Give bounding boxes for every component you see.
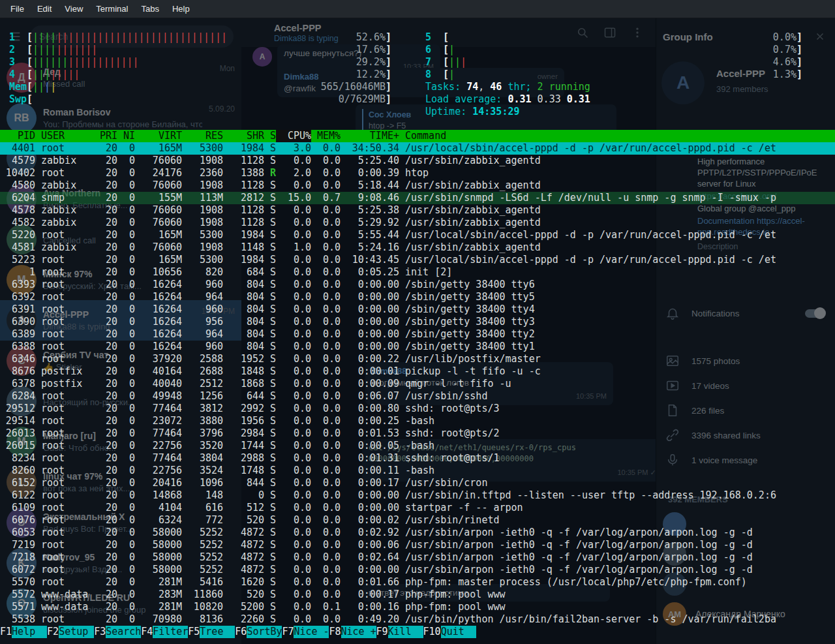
fkey-number: F8: [329, 626, 341, 638]
process-row[interactable]: 6152root200204161096844S0.00.00:00.17/us…: [0, 477, 835, 489]
fkey-label: Kill: [388, 626, 423, 638]
cpu-meter-3: 3[||||||||||||||||||29.2%]: [9, 56, 391, 69]
swap-meter-bars: [33, 93, 339, 106]
cpu-meter-7-bars: |||: [449, 56, 773, 69]
process-row[interactable]: 8234root2007746438042988S0.00.00:01.31ss…: [0, 452, 835, 465]
load-average-line: Load average: 0.31 0.33 0.31: [425, 93, 802, 106]
process-row[interactable]: 5223root200165M53001984S0.00.010:43.45/u…: [0, 254, 835, 266]
column-header-virt[interactable]: VIRT: [135, 130, 182, 142]
column-header-shr[interactable]: SHR: [223, 130, 264, 142]
menu-item-help[interactable]: Help: [166, 1, 196, 16]
fkey-label: Tree: [200, 626, 235, 638]
fkey-number: F5: [188, 626, 200, 638]
column-header-user[interactable]: USER: [41, 130, 94, 142]
column-header-cpu[interactable]: CPU%: [276, 130, 311, 142]
menu-item-terminal[interactable]: Terminal: [89, 1, 134, 16]
htop-meters-left: 1[|||||||||||||||||||||||||||||||||52.6%…: [9, 31, 391, 106]
process-row[interactable]: 6390root20016264956804S0.00.00:00.00/sbi…: [0, 316, 835, 328]
process-row[interactable]: 5538root2007098081362260S0.00.00:49.20/u…: [0, 613, 835, 626]
cpu-meter-1-bars: |||||||||||||||||||||||||||||||||: [33, 31, 356, 44]
menu-item-tabs[interactable]: Tabs: [134, 1, 165, 16]
menu-item-edit[interactable]: Edit: [31, 1, 58, 16]
process-row[interactable]: 6389root20016264964804S0.00.00:00.00/sbi…: [0, 328, 835, 341]
process-row[interactable]: 5570root200281M54161620S0.00.00:01.66php…: [0, 576, 835, 589]
process-row[interactable]: 7219root2005800052524872S0.00.00:00.06/u…: [0, 539, 835, 551]
menu-item-view[interactable]: View: [58, 1, 89, 16]
process-row[interactable]: 4582zabbix2007606019081128S0.00.05:29.92…: [0, 217, 835, 229]
process-row[interactable]: 6284root200499481256644S0.00.00:06.07/us…: [0, 390, 835, 403]
process-row[interactable]: 4401root200165M53001984S3.00.034:50.34/u…: [0, 142, 835, 155]
fkey-number: F9: [376, 626, 388, 638]
process-row[interactable]: 5220root200165M53001984S0.00.05:55.44/us…: [0, 229, 835, 241]
column-header-pid[interactable]: PID: [0, 130, 35, 142]
column-header-res[interactable]: RES: [182, 130, 223, 142]
process-row[interactable]: 6076root2006324772520S0.00.00:00.02/usr/…: [0, 514, 835, 527]
htop-process-table: 4401root200165M53001984S3.00.034:50.34/u…: [0, 142, 835, 626]
process-row[interactable]: 5571www-data200281M108205200S0.00.10:00.…: [0, 601, 835, 613]
process-row[interactable]: 29512root2007746438122992S0.00.00:00.80s…: [0, 403, 835, 415]
process-row[interactable]: 6392root20016264964804S0.00.00:00.00/sbi…: [0, 291, 835, 303]
menu-item-file[interactable]: File: [4, 1, 31, 16]
process-row[interactable]: 26015root2002275635201744S0.00.00:00.05-…: [0, 440, 835, 452]
process-row[interactable]: 4580zabbix2007606019081128S0.00.05:18.44…: [0, 179, 835, 192]
process-row[interactable]: 6109root2004104616512S0.00.00:00.00start…: [0, 502, 835, 514]
htop-terminal: 1[|||||||||||||||||||||||||||||||||52.6%…: [0, 18, 835, 644]
process-row[interactable]: 6053root2005800052524872S0.00.00:02.92/u…: [0, 527, 835, 539]
cpu-meter-4-bars: ||||||||: [33, 69, 356, 81]
fkey-f2[interactable]: F2Setup: [47, 626, 94, 638]
fkey-label: Help: [12, 626, 47, 638]
process-row[interactable]: 29514root2002307238801956S0.00.00:00.25-…: [0, 415, 835, 427]
swap-meter: Swp[0/7629MB]: [9, 93, 391, 106]
process-row[interactable]: 6072root2005800052524872S0.00.00:00.00/u…: [0, 564, 835, 576]
process-row[interactable]: 6388root20016264960804S0.00.00:00.00/sbi…: [0, 341, 835, 353]
process-row[interactable]: 10402root2002417623601388R2.00.00:00.39h…: [0, 167, 835, 179]
process-row[interactable]: 4579zabbix2007606019081128S0.00.05:25.40…: [0, 155, 835, 167]
screen: FileEditViewTerminalTabsHelp Search ДДед…: [0, 0, 835, 644]
column-header-s[interactable]: S: [264, 130, 276, 142]
cpu-meter-5-bars: [449, 31, 773, 44]
process-row[interactable]: 1root20010656820684S0.00.00:05.25init [2…: [0, 266, 835, 279]
process-row[interactable]: 6346root2003792025881952S0.00.00:00.22/u…: [0, 353, 835, 365]
process-row[interactable]: 6391root20016264960804S0.00.00:00.00/sbi…: [0, 303, 835, 316]
process-row[interactable]: 6378postfix2004004025121868S0.00.00:00.0…: [0, 378, 835, 390]
process-row[interactable]: 5572www-data200283M11860520S0.00.00:00.1…: [0, 589, 835, 601]
fkey-f10[interactable]: F10Quit: [423, 626, 476, 638]
fkey-f3[interactable]: F3Search: [94, 626, 141, 638]
process-row[interactable]: 4578zabbix2007606019081128S0.00.05:25.38…: [0, 204, 835, 217]
fkey-label: SortBy: [247, 626, 282, 638]
cpu-meter-4: 4[||||||||12.2%]: [9, 69, 391, 81]
fkey-f9[interactable]: F9Kill: [376, 626, 423, 638]
column-header-ni[interactable]: NI: [117, 130, 135, 142]
cpu-meter-2-bars: |||||||||||: [33, 44, 356, 56]
cpu-meter-2: 2[|||||||||||17.6%]: [9, 44, 391, 56]
cpu-meter-1: 1[|||||||||||||||||||||||||||||||||52.6%…: [9, 31, 391, 44]
cpu-meter-5: 5[0.0%]: [425, 31, 802, 44]
fkey-f1[interactable]: F1Help: [0, 626, 47, 638]
process-row[interactable]: 26013root2007746437962984S0.00.00:01.53s…: [0, 427, 835, 440]
process-row[interactable]: 7218root2005800052524872S0.00.00:02.64/u…: [0, 551, 835, 564]
htop-column-header-row: PIDUSERPRINIVIRTRESSHRSCPU%MEM%TIME+Comm…: [0, 130, 835, 142]
htop-meters-right: 5[0.0%]6[|0.7%]7[|||4.6%]8[|1.3%]Tasks: …: [425, 31, 802, 118]
memory-meter: Mem[||||565/16046MB]: [9, 81, 391, 93]
htop-function-key-bar: F1HelpF2SetupF3SearchF4FilterF5TreeF6Sor…: [0, 626, 476, 638]
fkey-f6[interactable]: F6SortBy: [235, 626, 282, 638]
fkey-f7[interactable]: F7Nice -: [282, 626, 329, 638]
process-row[interactable]: 4581zabbix2007606019081148S1.00.05:24.16…: [0, 241, 835, 254]
fkey-label: Filter: [153, 626, 188, 638]
column-header-pri[interactable]: PRI: [94, 130, 117, 142]
column-header-time[interactable]: TIME+: [341, 130, 399, 142]
process-row[interactable]: 6122root200148681480S0.00.00:00.00/usr/s…: [0, 489, 835, 502]
fkey-f4[interactable]: F4Filter: [141, 626, 188, 638]
process-row[interactable]: 8260root2002275635241748S0.00.00:00.11-b…: [0, 465, 835, 477]
column-header-command[interactable]: Command: [399, 130, 835, 142]
process-row[interactable]: 6204snmp200155M113M2812S15.00.79:08.46/u…: [0, 192, 835, 204]
process-row[interactable]: 6393root20016264960804S0.00.00:00.00/sbi…: [0, 279, 835, 291]
fkey-f5[interactable]: F5Tree: [188, 626, 235, 638]
column-header-mem[interactable]: MEM%: [311, 130, 341, 142]
fkey-number: F4: [141, 626, 153, 638]
process-row[interactable]: 8676postfix2004016426881848S0.00.00:00.0…: [0, 365, 835, 378]
fkey-f8[interactable]: F8Nice +: [329, 626, 376, 638]
fkey-number: F3: [94, 626, 106, 638]
cpu-meter-3-bars: ||||||||||||||||||: [33, 56, 356, 69]
tasks-line: Tasks: 74, 46 thr; 2 running: [425, 81, 802, 93]
